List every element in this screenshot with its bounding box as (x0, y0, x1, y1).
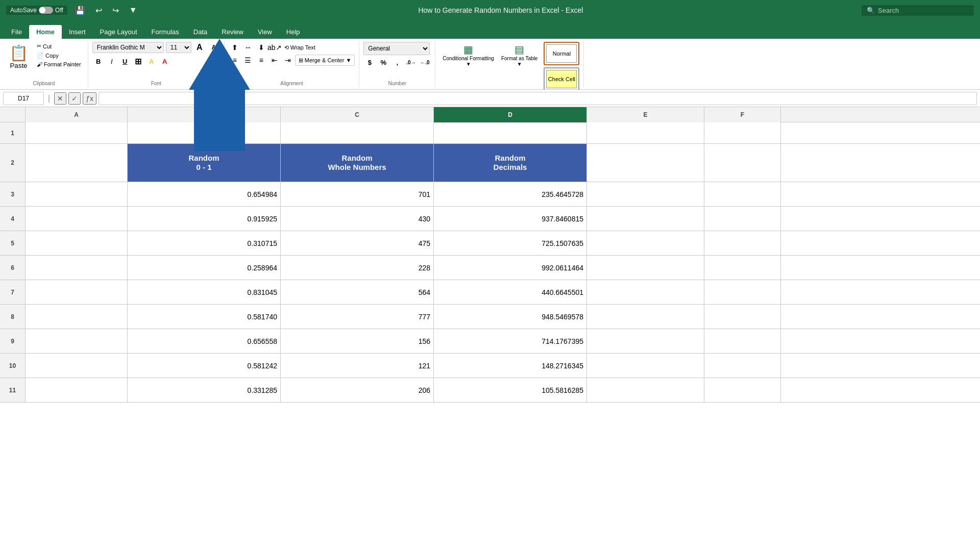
cell-d8[interactable]: 948.5469578 (434, 305, 587, 329)
cell-e1[interactable] (587, 122, 704, 143)
cell-b8[interactable]: 0.581740 (128, 305, 281, 329)
format-as-table-button[interactable]: ▤ Format as Table ▼ (498, 42, 541, 68)
borders-button[interactable]: ⊞ (132, 56, 144, 67)
cell-b11[interactable]: 0.331285 (128, 378, 281, 402)
cell-b9[interactable]: 0.656558 (128, 329, 281, 353)
undo-button[interactable]: ↩ (93, 4, 105, 17)
cell-b6[interactable]: 0.258964 (128, 256, 281, 280)
cell-d9[interactable]: 714.1767395 (434, 329, 587, 353)
cell-e5[interactable] (587, 231, 704, 255)
fill-color-button[interactable]: A (145, 56, 158, 67)
cell-f8[interactable] (704, 305, 781, 329)
cell-f5[interactable] (704, 231, 781, 255)
cell-c9[interactable]: 156 (281, 329, 434, 353)
cell-c1[interactable] (281, 122, 434, 143)
cell-e11[interactable] (587, 378, 704, 402)
cell-a10[interactable] (26, 354, 128, 378)
paste-button[interactable]: 📋 Paste (4, 42, 33, 71)
col-header-a[interactable]: A (26, 107, 128, 122)
cell-a3[interactable] (26, 182, 128, 206)
formula-input[interactable] (99, 92, 977, 105)
cell-b3[interactable]: 0.654984 (128, 182, 281, 206)
cell-c8[interactable]: 777 (281, 305, 434, 329)
align-left-button[interactable]: ≡ (229, 55, 241, 66)
tab-insert[interactable]: Insert (62, 25, 93, 39)
cell-c6[interactable]: 228 (281, 256, 434, 280)
cell-b7[interactable]: 0.831045 (128, 280, 281, 304)
decrease-indent-button[interactable]: ⇤ (268, 55, 281, 66)
cell-b1[interactable] (128, 122, 281, 143)
cell-a4[interactable] (26, 207, 128, 231)
align-middle-button[interactable]: ↔ (242, 42, 254, 53)
cell-c10[interactable]: 121 (281, 354, 434, 378)
font-color-button[interactable]: A (159, 56, 171, 67)
italic-button[interactable]: I (106, 56, 118, 67)
cell-a6[interactable] (26, 256, 128, 280)
cell-f7[interactable] (704, 280, 781, 304)
cell-d2[interactable]: Random Decimals (434, 144, 587, 182)
cell-f10[interactable] (704, 354, 781, 378)
tab-help[interactable]: Help (279, 25, 307, 39)
cell-e10[interactable] (587, 354, 704, 378)
cell-d10[interactable]: 148.2716345 (434, 354, 587, 378)
align-top-button[interactable]: ⬆ (229, 42, 241, 53)
col-header-f[interactable]: F (704, 107, 781, 122)
col-header-d[interactable]: D (434, 107, 587, 122)
cell-f9[interactable] (704, 329, 781, 353)
tab-view[interactable]: View (251, 25, 279, 39)
tab-formulas[interactable]: Formulas (144, 25, 186, 39)
cell-f1[interactable] (704, 122, 781, 143)
tab-page-layout[interactable]: Page Layout (93, 25, 144, 39)
orientation-button[interactable]: ab↗ (268, 42, 281, 53)
decrease-font-button[interactable]: A (208, 42, 220, 53)
cell-d11[interactable]: 105.5816285 (434, 378, 587, 402)
tab-home[interactable]: Home (29, 25, 62, 39)
format-painter-button[interactable]: 🖌 Format Painter (34, 60, 84, 68)
cell-d3[interactable]: 235.4645728 (434, 182, 587, 206)
cell-c4[interactable]: 430 (281, 207, 434, 231)
cell-a5[interactable] (26, 231, 128, 255)
col-header-c[interactable]: C (281, 107, 434, 122)
cell-e4[interactable] (587, 207, 704, 231)
insert-function-button[interactable]: ƒx (83, 92, 96, 105)
tab-review[interactable]: Review (214, 25, 251, 39)
cell-e9[interactable] (587, 329, 704, 353)
cell-e2[interactable] (587, 144, 704, 182)
cell-e8[interactable] (587, 305, 704, 329)
cell-d1[interactable] (434, 122, 587, 143)
increase-indent-button[interactable]: ⇥ (282, 55, 294, 66)
confirm-formula-button[interactable]: ✓ (68, 92, 81, 105)
increase-font-button[interactable]: A (193, 42, 206, 53)
cell-a11[interactable] (26, 378, 128, 402)
increase-decimal-button[interactable]: ←.0 (419, 57, 431, 68)
cell-a8[interactable] (26, 305, 128, 329)
cell-f3[interactable] (704, 182, 781, 206)
conditional-formatting-button[interactable]: ▦ Conditional Formatting ▼ (439, 42, 497, 68)
autosave-toggle[interactable]: AutoSave Off (6, 6, 67, 15)
cell-c3[interactable]: 701 (281, 182, 434, 206)
currency-button[interactable]: $ (363, 57, 376, 68)
quick-access-more[interactable]: ▼ (127, 4, 140, 16)
align-center-button[interactable]: ☰ (242, 55, 254, 66)
merge-center-button[interactable]: ⊞ Merge & Center ▼ (295, 55, 355, 66)
normal-style-swatch[interactable]: Normal (544, 42, 579, 65)
cell-c2[interactable]: Random Whole Numbers (281, 144, 434, 182)
cell-d4[interactable]: 937.8460815 (434, 207, 587, 231)
cell-d6[interactable]: 992.0611464 (434, 256, 587, 280)
cell-e3[interactable] (587, 182, 704, 206)
wrap-text-button[interactable]: ⟲ Wrap Text (282, 42, 318, 53)
redo-button[interactable]: ↪ (110, 4, 121, 17)
cell-e6[interactable] (587, 256, 704, 280)
font-size-select[interactable]: 11 (166, 42, 191, 53)
bold-button[interactable]: B (92, 56, 105, 67)
align-bottom-button[interactable]: ⬇ (255, 42, 267, 53)
tab-file[interactable]: File (4, 25, 29, 39)
cell-f6[interactable] (704, 256, 781, 280)
cell-e7[interactable] (587, 280, 704, 304)
font-face-select[interactable]: Franklin Gothic M (92, 42, 164, 53)
cell-a7[interactable] (26, 280, 128, 304)
cell-a9[interactable] (26, 329, 128, 353)
tab-data[interactable]: Data (186, 25, 214, 39)
cell-c7[interactable]: 564 (281, 280, 434, 304)
cell-b5[interactable]: 0.310715 (128, 231, 281, 255)
